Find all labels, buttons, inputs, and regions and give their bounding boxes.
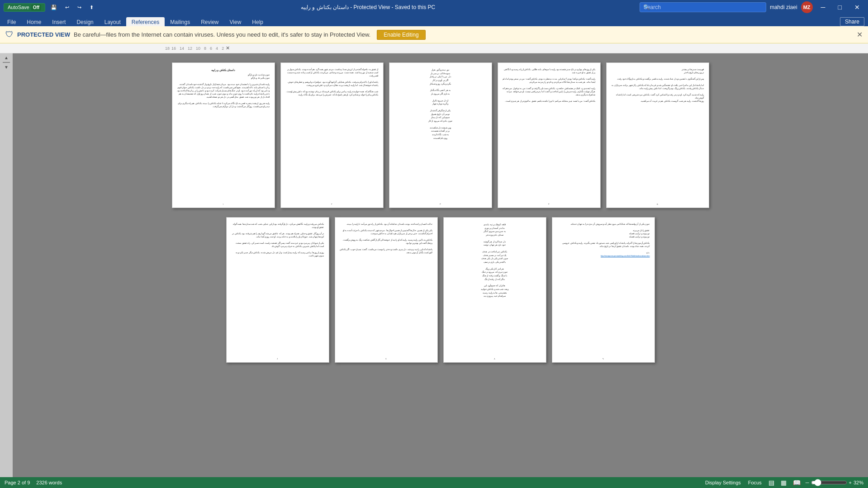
page-2-number: ۲: [331, 203, 332, 206]
margin-arrow-bottom[interactable]: ▼: [4, 65, 9, 70]
status-bar-right: Display Settings Focus ▤ ▦ 📖 ─ + 32%: [703, 479, 863, 486]
upload-button[interactable]: ⬆: [87, 4, 96, 11]
document-page-5: فهرست سبزها در بیشتر در وزن‌های تاریخ با…: [606, 62, 709, 208]
ruler-mark-16: 16: [171, 46, 176, 51]
tab-file[interactable]: File: [2, 17, 21, 26]
read-mode-view-icon[interactable]: 📖: [792, 479, 802, 486]
ruler-mark-2: 2: [222, 46, 224, 51]
page-3-number: ۳: [440, 203, 441, 206]
page-8-number: ۸: [494, 358, 495, 360]
tab-insert[interactable]: Insert: [47, 17, 71, 26]
close-protected-bar-button[interactable]: ✕: [857, 30, 863, 39]
tab-help[interactable]: Help: [247, 17, 269, 26]
autosave-state: Off: [31, 5, 41, 10]
shield-icon: 🛡: [5, 30, 14, 39]
ruler-mark-14: 14: [180, 46, 184, 51]
status-bar-left: Page 2 of 9 2326 words: [5, 480, 62, 485]
search-input[interactable]: [640, 2, 766, 12]
protected-view-bar: 🛡 PROTECTED VIEW Be careful—files from t…: [0, 26, 868, 43]
save-button[interactable]: 💾: [48, 4, 60, 11]
zoom-level: 32%: [854, 480, 863, 485]
web-layout-view-icon[interactable]: ▦: [779, 479, 788, 486]
left-margin: ▲ ▼: [0, 53, 13, 477]
margin-arrow-top[interactable]: ▲: [4, 55, 9, 60]
focus-button[interactable]: Focus: [746, 480, 764, 485]
page-7-number: ۷: [385, 358, 387, 360]
tab-references[interactable]: References: [126, 17, 165, 26]
page-4-content: یکی از روزهای بهاری در باغ سبز نشسته بود…: [503, 68, 596, 103]
zoom-in-button[interactable]: +: [849, 480, 852, 485]
ruler: 18 16 14 12 10 8 6 4 2 ✕: [0, 43, 868, 53]
ruler-content: 18 16 14 12 10 8 6 4 2 ✕: [165, 45, 269, 51]
page-1-number: ۱: [223, 203, 224, 206]
search-icon: 🔍: [643, 4, 650, 10]
title-bar: AutoSave Off 💾 ↩ ↪ ⬆ داستان بکتاش و راپی…: [0, 0, 868, 14]
document-page-3: نور دیدم و گور هزار نمونه قالب بر سر بار…: [389, 62, 492, 208]
ruler-mark-6: 6: [210, 46, 212, 51]
tab-review[interactable]: Review: [195, 17, 224, 26]
ribbon-tabs: File Home Insert Design Layout Reference…: [0, 14, 868, 26]
redo-button[interactable]: ↪: [75, 4, 84, 11]
document-page-6: بکتاش می‌رفت و راپیه نگاهش می‌کرد. دل او…: [226, 217, 329, 363]
undo-button[interactable]: ↩: [62, 4, 72, 11]
document-page-8: قلعه کوچک بر تپه بلندی ماه در آسمان پر ن…: [443, 217, 546, 363]
zoom-out-button[interactable]: ─: [806, 480, 809, 485]
page-3-content: نور دیدم و گور هزار نمونه قالب بر سر بار…: [394, 68, 487, 140]
page-4-number: ۴: [548, 203, 550, 206]
tab-layout[interactable]: Layout: [99, 17, 126, 26]
titlebar-right: 🔍 mahdi ziaei MZ ─ □ ✕: [640, 1, 864, 13]
tab-mailings[interactable]: Mailings: [165, 17, 195, 26]
margin-divider: [3, 62, 10, 63]
maximize-button[interactable]: □: [834, 3, 846, 12]
page-8-content: قلعه کوچک بر تپه بلندی ماه در آسمان پر ن…: [448, 223, 541, 298]
ruler-end-mark: ✕: [226, 45, 230, 51]
word-count: 2326 words: [36, 480, 62, 485]
status-bar: Page 2 of 9 2326 words Display Settings …: [0, 477, 868, 488]
document-title: داستان بکتاش و راپیه - Protected View - …: [301, 4, 435, 10]
page-7-content: حالت احسان را شناخته بودند. داستان شاهان…: [340, 223, 433, 255]
page-5-content: فهرست سبزها در بیشتر در وزن‌های تاریخ با…: [611, 68, 704, 103]
zoom-area: ─ + 32%: [806, 479, 863, 486]
protected-label: PROTECTED VIEW: [17, 31, 70, 38]
tab-home[interactable]: Home: [21, 17, 47, 26]
avatar: MZ: [801, 1, 813, 13]
page-info: Page 2 of 9: [5, 480, 30, 485]
ruler-mark-10: 10: [196, 46, 200, 51]
page-1-content: چون شاه به دارد و بازگو چون بگیر داد و ب…: [177, 74, 270, 108]
titlebar-center: داستان بکتاش و راپیه - Protected View - …: [96, 4, 640, 10]
tab-design[interactable]: Design: [71, 17, 99, 26]
document-page-4: یکی از روزهای بهاری در باغ سبز نشسته بود…: [498, 62, 601, 208]
main-area: ▲ ▼ داستان بکتاش و راپیه چون شاه به دارد…: [0, 53, 868, 477]
minimize-button[interactable]: ─: [816, 3, 830, 12]
document-page-1: داستان بکتاش و راپیه چون شاه به دارد و ب…: [172, 62, 275, 208]
document-area[interactable]: داستان بکتاش و راپیه چون شاه به دارد و ب…: [13, 53, 868, 477]
page-6-content: بکتاش می‌رفت و راپیه نگاهش می‌کرد. دل او…: [231, 223, 324, 257]
protected-message: Be careful—files from the Internet can c…: [74, 31, 370, 38]
page-1-title: داستان بکتاش و راپیه: [177, 68, 270, 72]
close-button[interactable]: ✕: [850, 3, 864, 12]
ruler-mark-4: 4: [216, 46, 218, 51]
page-2-content: از عشق به دلخواه گفته و از لرزش صدا پیدا…: [285, 68, 379, 97]
page-6-number: ۶: [277, 358, 278, 360]
ruler-mark-18: 18: [165, 46, 170, 51]
page-9-number: ۹: [602, 358, 604, 360]
display-settings-button[interactable]: Display Settings: [703, 480, 743, 485]
undo-icon: ↩: [65, 5, 69, 10]
print-layout-view-icon[interactable]: ▤: [767, 479, 776, 486]
ruler-mark-12: 12: [188, 46, 192, 51]
enable-editing-button[interactable]: Enable Editing: [377, 30, 425, 40]
document-page-9: چون یکی از آن وقفه‌ها که شادکامی مورد نظ…: [552, 217, 655, 363]
page-row-2: بکتاش می‌رفت و راپیه نگاهش می‌کرد. دل او…: [226, 217, 655, 363]
zoom-slider[interactable]: [811, 479, 847, 486]
page-5-number: ۵: [657, 203, 658, 206]
document-page-7: حالت احسان را شناخته بودند. داستان شاهان…: [335, 217, 438, 363]
tab-view[interactable]: View: [224, 17, 247, 26]
autosave-label: AutoSave: [8, 5, 29, 10]
share-button[interactable]: Share: [840, 17, 864, 26]
upload-icon: ⬆: [90, 5, 94, 10]
redo-icon: ↪: [77, 5, 81, 10]
ruler-mark-8: 8: [204, 46, 206, 51]
titlebar-left: AutoSave Off 💾 ↩ ↪ ⬆: [4, 3, 96, 12]
autosave-toggle[interactable]: AutoSave Off: [4, 3, 45, 12]
page-9-content: چون یکی از آن وقفه‌ها که شادکامی مورد نظ…: [557, 223, 650, 257]
